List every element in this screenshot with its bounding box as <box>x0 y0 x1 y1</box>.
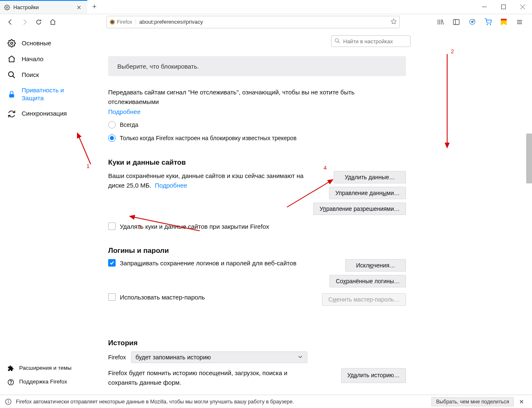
svg-point-22 <box>11 42 13 45</box>
bookmark-flag-icon[interactable] <box>498 16 510 28</box>
home-icon <box>7 55 16 63</box>
choose-share-button[interactable]: Выбрать, чем мне поделиться <box>431 397 514 406</box>
svg-rect-2 <box>501 5 505 9</box>
svg-line-11 <box>442 20 443 25</box>
dnt-radio-known[interactable]: Только когда Firefox настроен на блокиро… <box>108 134 406 142</box>
addon-icon[interactable] <box>466 16 478 28</box>
sidebar-item-home[interactable]: Начало <box>0 51 93 67</box>
exceptions-button[interactable]: Исключения… <box>345 259 406 272</box>
search-icon <box>334 38 340 45</box>
search-input[interactable] <box>331 35 411 47</box>
minimize-button[interactable] <box>475 0 494 14</box>
tab-preferences[interactable]: Настройки ✕ <box>0 0 87 14</box>
preferences-sidebar: Основные Начало Поиск Приватность и Защи… <box>0 30 93 395</box>
sidebar-item-general[interactable]: Основные <box>0 35 93 51</box>
manage-data-button[interactable]: Управление данными… <box>329 187 406 199</box>
maximize-button[interactable] <box>494 0 513 14</box>
help-icon <box>7 379 14 386</box>
cookies-text: Ваши сохранённые куки, данные сайтов и к… <box>108 171 305 190</box>
sidebar-item-label: Основные <box>22 40 51 47</box>
url-input[interactable] <box>136 19 391 25</box>
sidebar-item-label: Синхронизация <box>22 110 67 118</box>
menu-icon[interactable] <box>514 16 525 28</box>
change-master-button: Сменить мастер-пароль… <box>322 293 406 306</box>
master-password-row[interactable]: Использовать мастер-пароль <box>108 293 322 301</box>
radio-icon[interactable] <box>108 134 116 142</box>
sidebar-item-label: Приватность и Защита <box>22 87 76 102</box>
gear-icon <box>7 39 16 47</box>
sidebar-item-sync[interactable]: Синхронизация <box>0 106 93 122</box>
sync-icon <box>7 110 16 118</box>
delete-data-button[interactable]: Удалить данные… <box>334 171 406 183</box>
svg-point-16 <box>473 19 475 21</box>
select-value: будет запоминать историю <box>136 354 211 361</box>
checkbox-icon[interactable] <box>108 259 116 267</box>
svg-point-17 <box>487 24 487 25</box>
puzzle-icon <box>7 365 14 372</box>
sidebar-item-addons[interactable]: Расширения и темы <box>0 361 93 375</box>
bookmark-star-icon[interactable] <box>391 18 397 26</box>
new-tab-button[interactable]: + <box>87 0 101 14</box>
library-icon[interactable] <box>435 16 446 28</box>
radio-icon[interactable] <box>108 121 116 129</box>
history-desc: Firefox будет помнить историю посещений,… <box>108 368 316 388</box>
preferences-main: Выберите, что блокировать. Передавать са… <box>93 30 532 395</box>
svg-point-15 <box>471 21 473 23</box>
sidebar-item-search[interactable]: Поиск <box>0 67 93 83</box>
identity-box[interactable]: Firefox <box>109 19 136 25</box>
cookies-more-link[interactable]: Подробнее <box>155 182 187 189</box>
dnt-more-link[interactable]: Подробнее <box>108 108 141 115</box>
svg-point-27 <box>10 383 11 383</box>
checkbox-label: Удалять куки и данные сайтов при закрыти… <box>120 223 269 230</box>
lock-icon <box>7 90 16 99</box>
delete-on-close-row[interactable]: Удалять куки и данные сайтов при закрыти… <box>108 223 406 230</box>
sidebar-item-label: Поиск <box>22 71 39 79</box>
svg-line-24 <box>13 76 15 78</box>
sidebar-item-label: Начало <box>22 55 43 63</box>
blocking-banner: Выберите, что блокировать. <box>108 56 406 76</box>
info-icon <box>5 398 12 405</box>
chevron-down-icon <box>298 354 303 361</box>
search-icon <box>7 71 16 79</box>
dnt-text: Передавать сайтам сигнал "Не отслеживать… <box>108 88 406 106</box>
preferences-search <box>331 35 411 47</box>
radio-label: Всегда <box>120 121 139 128</box>
url-bar[interactable]: Firefox <box>106 16 400 28</box>
sidebar-icon[interactable] <box>450 16 462 28</box>
manage-permissions-button[interactable]: Управление разрешениями… <box>313 203 406 215</box>
tab-title: Настройки <box>13 5 39 10</box>
window-controls <box>475 0 532 14</box>
sidebar-item-label: Расширения и темы <box>19 365 72 372</box>
svg-line-29 <box>338 42 340 43</box>
dnt-radio-always[interactable]: Всегда <box>108 121 406 129</box>
delete-history-button[interactable]: Удалить историю… <box>341 368 406 383</box>
checkbox-icon[interactable] <box>108 223 116 230</box>
checkbox-label: Использовать мастер-пароль <box>120 294 205 301</box>
cookies-heading: Куки и данные сайтов <box>108 158 406 167</box>
banner-text: Выберите, что блокировать. <box>117 63 199 70</box>
checkbox-icon[interactable] <box>108 293 116 301</box>
reload-button[interactable] <box>32 16 45 28</box>
scrollbar-thumb[interactable] <box>526 134 532 183</box>
sidebar-item-privacy[interactable]: Приватность и Защита <box>0 83 93 106</box>
footer-close-icon[interactable]: ✕ <box>516 397 527 406</box>
saved-logins-button[interactable]: Сохранённые логины… <box>329 275 406 287</box>
back-button[interactable] <box>4 16 17 28</box>
tab-close-icon[interactable]: ✕ <box>75 4 83 11</box>
svg-point-6 <box>111 20 114 23</box>
svg-point-23 <box>9 72 14 77</box>
identity-label: Firefox <box>117 19 132 25</box>
history-label: Firefox <box>108 354 126 361</box>
footer-text: Firefox автоматически отправляет некотор… <box>16 399 294 405</box>
close-button[interactable] <box>513 0 532 14</box>
radio-label: Только когда Firefox настроен на блокиро… <box>120 135 297 141</box>
forward-button[interactable] <box>18 16 31 28</box>
svg-point-0 <box>6 7 8 8</box>
cart-icon[interactable] <box>482 16 494 28</box>
ask-save-logins-row[interactable]: Запрашивать сохранение логинов и паролей… <box>108 259 329 267</box>
sidebar-item-support[interactable]: Поддержка Firefox <box>0 375 93 389</box>
gear-icon <box>4 5 10 10</box>
home-button[interactable] <box>47 16 59 28</box>
history-mode-select[interactable]: будет запоминать историю <box>131 351 307 363</box>
svg-point-28 <box>335 39 339 42</box>
